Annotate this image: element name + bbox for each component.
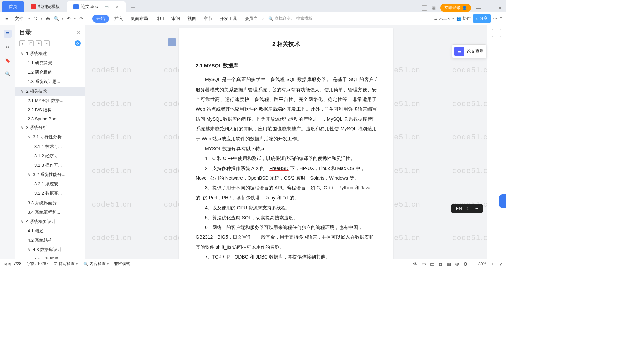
outline-minus-icon[interactable]: − — [44, 40, 50, 46]
outline-item[interactable]: 3.3 系统界面分... — [15, 198, 85, 208]
paper-check-card[interactable]: ☰ 论文查重 — [452, 44, 486, 58]
flame-icon — [31, 4, 36, 9]
search-box[interactable]: 🔍查找命令、搜索模板 — [268, 16, 312, 21]
window-minimize[interactable]: — — [476, 5, 482, 11]
side-tab-icon[interactable] — [499, 194, 506, 208]
tab-popout-icon[interactable]: ▭ — [105, 4, 109, 9]
bookmark-rail-icon[interactable]: 🔖 — [4, 56, 12, 64]
outline-item[interactable]: 3.2.1 系统安... — [15, 179, 85, 189]
doc-list-item: 3、提供了用于不同的编程语言的 API。编程语言，如 C,, C ++，Pyth… — [196, 183, 377, 203]
toolbar-collapse-icon[interactable]: ⌃ — [499, 16, 503, 21]
ribbon-tab-review[interactable]: 审阅 — [169, 16, 182, 22]
outline-item[interactable]: ∨ 3.1 可行性分析 — [15, 132, 85, 142]
outline-item[interactable]: 3.1.1 技术可... — [15, 142, 85, 151]
undo-icon[interactable]: ↶ — [65, 15, 72, 22]
watermark: code51.cn — [92, 133, 132, 141]
status-compat[interactable]: 兼容模式 — [114, 261, 130, 267]
ribbon-tab-member[interactable]: 会员专 — [243, 16, 260, 22]
ribbon-tab-layout[interactable]: 页面布局 — [128, 16, 150, 22]
outline-item[interactable]: 1.2 研究目的 — [15, 68, 85, 77]
doc-icon — [73, 4, 79, 9]
preview-icon[interactable]: 🔍 — [53, 15, 60, 22]
right-tool-icon[interactable] — [492, 29, 501, 37]
tab-document[interactable]: 论文.doc▭✕ — [67, 1, 126, 12]
document-viewport[interactable]: code51.cncode51.cncode51.cncode51.cncode… — [85, 25, 487, 259]
page-handle-icon[interactable] — [168, 38, 176, 46]
status-settings-icon[interactable]: ⚙ — [463, 261, 468, 267]
outline-item[interactable]: ∨ 3.2 系统性能分... — [15, 170, 85, 179]
outline-item[interactable]: 3.1.2 经济可... — [15, 151, 85, 161]
login-button[interactable]: 立即登录👤 — [440, 4, 471, 12]
main-area: ☰ ✂ 🔖 🔍 目录✕ ▾ ◳ + − ⟳ ∨ 1 系统概述1.1 研究背景1.… — [0, 25, 506, 259]
outline-item[interactable]: 3.2.2 数据完... — [15, 189, 85, 198]
outline-item[interactable]: 4.2 系统结构 — [15, 236, 85, 245]
outline-sync-icon[interactable]: ⟳ — [75, 40, 81, 46]
status-spellcheck[interactable]: ☑ 拼写检查 ▾ — [54, 261, 78, 267]
status-eye-icon[interactable]: 👁 — [413, 261, 418, 267]
outline-item[interactable]: ∨ 4.3 数据库设计 — [15, 245, 85, 254]
status-view3-icon[interactable]: ▦ — [438, 261, 443, 267]
layout-icon[interactable] — [422, 5, 427, 11]
status-content-check[interactable]: 🔍 内容检查 ▾ — [83, 261, 109, 267]
ribbon-tab-section[interactable]: 章节 — [202, 16, 214, 22]
zoom-in-icon[interactable]: ＋ — [490, 261, 495, 267]
new-tab-button[interactable]: ＋ — [126, 3, 141, 12]
ribbon-tab-insert[interactable]: 插入 — [112, 16, 125, 22]
coop-button[interactable]: 👥 协作 — [456, 16, 471, 21]
outline-item[interactable]: 2.2 B/S 结构 — [15, 105, 85, 115]
fit-icon[interactable]: ⤢ — [499, 261, 503, 267]
tab-home[interactable]: 首页 — [2, 1, 24, 12]
status-view2-icon[interactable]: ▤ — [430, 261, 434, 267]
outline-item[interactable]: 3.1.3 操作可... — [15, 161, 85, 170]
outline-tool-icon[interactable]: ◳ — [28, 40, 34, 46]
outline-item[interactable]: 2.1 MYSQL 数据... — [15, 96, 85, 105]
status-view1-icon[interactable]: ▭ — [422, 261, 426, 267]
ime-indicator[interactable]: EN ☾ •• — [451, 204, 483, 213]
zoom-out-icon[interactable]: − — [472, 261, 474, 267]
clipboard-rail-icon[interactable]: ✂ — [4, 43, 12, 51]
outline-item[interactable]: 3.4 系统流程和... — [15, 208, 85, 217]
menu-icon[interactable]: ≡ — [3, 15, 10, 22]
ribbon-tab-start[interactable]: 开始 — [92, 15, 109, 23]
ribbon-tab-view[interactable]: 视图 — [185, 16, 198, 22]
toolbar-more-icon[interactable]: ⋯ — [493, 16, 497, 21]
save-icon[interactable]: 🖫 — [32, 15, 39, 22]
outline-item[interactable]: ∨ 1 系统概述 — [15, 49, 85, 58]
status-web-icon[interactable]: ⊕ — [455, 261, 459, 267]
ribbon-tab-reference[interactable]: 引用 — [153, 16, 166, 22]
apps-icon[interactable]: ▦ — [432, 5, 436, 10]
window-maximize[interactable]: ▢ — [486, 5, 492, 11]
ime-more-icon: •• — [475, 206, 478, 211]
redo-icon[interactable]: ↷ — [78, 15, 85, 22]
outline-item[interactable]: 1.3 系统设计思... — [15, 77, 85, 87]
status-words[interactable]: 字数: 10287 — [27, 261, 48, 267]
share-label: 分享 — [480, 16, 488, 21]
window-close[interactable]: ✕ — [497, 5, 503, 11]
ribbon-tab-dev[interactable]: 开发工具 — [218, 16, 239, 22]
status-page[interactable]: 页面: 7/28 — [3, 261, 21, 267]
search-rail-icon[interactable]: 🔍 — [4, 70, 12, 78]
outline-plus-icon[interactable]: + — [36, 40, 42, 46]
outline-item[interactable]: ∨ 4 系统概要设计 — [15, 217, 85, 226]
outline-item[interactable]: 2.3 Spring Boot ... — [15, 115, 85, 123]
outline-rail-icon[interactable]: ☰ — [4, 30, 12, 38]
outline-item[interactable]: 4.3.1 数据库... — [15, 254, 85, 259]
outline-item[interactable]: ∨ 3 系统分析 — [15, 123, 85, 132]
watermark: code51.cn — [452, 99, 487, 108]
tab-template[interactable]: 找稻完模板 — [24, 1, 67, 12]
status-view4-icon[interactable]: ▧ — [447, 261, 451, 267]
print-icon[interactable]: 🖶 — [44, 15, 51, 22]
outline-item[interactable]: 4.1 概述 — [15, 226, 85, 236]
ribbon-scroll-icon[interactable]: › — [262, 16, 264, 21]
outline-item[interactable]: ∨ 2 相关技术 — [15, 87, 85, 96]
tab-close-icon[interactable]: ✕ — [115, 4, 119, 9]
file-menu[interactable]: 文件 — [13, 16, 25, 22]
cloud-status[interactable]: ☁ 未上云 ▾ — [434, 16, 454, 21]
outline-item[interactable]: 1.1 研究背景 — [15, 58, 85, 68]
cloud-label: 未上云 — [439, 16, 451, 21]
share-button[interactable]: ⎋ 分享 — [473, 14, 491, 23]
zoom-level[interactable]: 80% — [478, 262, 486, 266]
outline-expand-all-icon[interactable]: ▾ — [19, 40, 25, 46]
doc-list-item: 7、TCP / IP，ODBC 和 JDBC 数据库，并提供连接到其他。 — [196, 252, 377, 259]
outline-close-icon[interactable]: ✕ — [77, 30, 81, 35]
